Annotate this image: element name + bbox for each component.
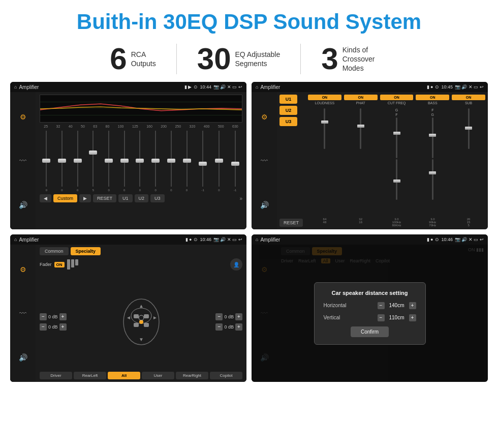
cutfreq-vals: 3.0100Hz80KHz xyxy=(380,218,414,227)
mode-icons-1: ▮ ▶ xyxy=(184,84,192,89)
vertical-label: Vertical xyxy=(324,315,340,320)
wave-icon[interactable]: 〰 xyxy=(19,157,26,165)
eq-custom-btn[interactable]: Custom xyxy=(53,194,77,202)
home-icon-4: ⌂ xyxy=(256,237,258,242)
cutfreq-g-slider[interactable] xyxy=(396,117,397,158)
home-icon-2: ⌂ xyxy=(256,84,258,89)
speaker-icon-2[interactable]: 🔊 xyxy=(260,201,269,209)
rearright-btn[interactable]: RearRight xyxy=(176,372,208,379)
confirm-button[interactable]: Confirm xyxy=(351,326,389,337)
right-rear-minus[interactable]: − xyxy=(215,323,223,331)
mode-icons-3: ▮ ● xyxy=(185,237,192,242)
slider-400[interactable]: -1 xyxy=(234,131,236,192)
eq-icon-2[interactable]: ⚙ xyxy=(261,113,268,121)
horizontal-minus[interactable]: − xyxy=(378,302,385,309)
slider-50[interactable]: 5 xyxy=(92,131,94,192)
reset-btn-2[interactable]: RESET xyxy=(279,219,303,227)
cutfreq-f-label: F xyxy=(395,113,397,116)
horizontal-label: Horizontal xyxy=(324,303,347,308)
eq-icon-3[interactable]: ⚙ xyxy=(20,265,26,274)
slider-40[interactable]: 0 xyxy=(77,131,78,192)
right-speaker-col: − 0 dB + − 0 dB + xyxy=(215,313,242,331)
left-rear-minus[interactable]: − xyxy=(40,323,47,331)
right-front-minus[interactable]: − xyxy=(215,313,223,320)
eq-next-btn[interactable]: ▶ xyxy=(79,194,91,202)
slider-80[interactable]: 0 xyxy=(123,131,125,192)
copilot-btn[interactable]: Copilot xyxy=(210,372,242,379)
horizontal-plus[interactable]: + xyxy=(409,302,416,309)
extra-icons-2: 📷 🔊 ✕ ▭ ↩ xyxy=(455,84,484,89)
slider-63[interactable]: 0 xyxy=(108,131,109,192)
dialog-overlay: Car speaker distance setting Horizontal … xyxy=(252,245,488,382)
eq-icon[interactable]: ⚙ xyxy=(20,113,26,121)
phat-on[interactable]: ON xyxy=(344,95,378,100)
ch-loudness: ON LOUDNESS xyxy=(308,95,341,106)
specialty-tab[interactable]: Specialty xyxy=(71,247,101,255)
slider-160[interactable]: 0 xyxy=(170,131,172,192)
time-1: 10:44 xyxy=(200,84,211,89)
preset-u3[interactable]: U3 xyxy=(279,117,297,126)
wave-icon-2[interactable]: 〰 xyxy=(261,157,268,165)
wave-icon-3[interactable]: 〰 xyxy=(19,309,26,317)
vertical-plus[interactable]: + xyxy=(409,314,416,321)
svg-text:▼: ▼ xyxy=(139,337,144,342)
cutfreq-f-slider[interactable] xyxy=(396,159,397,200)
eq-prev-btn[interactable]: ◀ xyxy=(40,194,51,202)
loudness-on[interactable]: ON xyxy=(308,95,341,100)
fader-on-btn[interactable]: ON xyxy=(54,262,65,267)
location-icon-4: ⊙ xyxy=(435,237,439,242)
right-rear-plus[interactable]: + xyxy=(235,323,242,331)
amplifier-title-3: Amplifier xyxy=(19,237,183,243)
vertical-control: − 110cm + xyxy=(378,314,416,321)
slider-200[interactable]: 0 xyxy=(186,131,188,192)
stat-eq-text: EQ AdjustableSegments xyxy=(235,50,281,68)
channel-sliders: G F F G xyxy=(308,108,485,216)
horizontal-row: Horizontal − 140cm + xyxy=(324,302,416,309)
slider-320[interactable]: 0 xyxy=(218,131,220,192)
slider-25[interactable]: 0 xyxy=(46,131,47,192)
sub-on[interactable]: ON xyxy=(452,95,485,100)
bass-f-slider[interactable] xyxy=(432,117,433,158)
user-btn[interactable]: User xyxy=(142,372,174,379)
right-rear-db: − 0 dB + xyxy=(215,323,242,331)
status-bar-2: ⌂ Amplifier ▮ ● ⊙ 10:45 📷 🔊 ✕ ▭ ↩ xyxy=(252,82,488,92)
eq-reset-btn[interactable]: RESET xyxy=(93,194,116,202)
loudness-slider[interactable] xyxy=(308,108,341,216)
vertical-val: 110cm xyxy=(387,315,407,320)
speaker-icon[interactable]: 🔊 xyxy=(19,201,27,209)
svg-text:▲: ▲ xyxy=(139,303,144,309)
eq-u2-btn[interactable]: U2 xyxy=(135,194,149,202)
left-front-minus[interactable]: − xyxy=(40,313,47,320)
preset-u1[interactable]: U1 xyxy=(279,95,297,104)
preset-u2[interactable]: U2 xyxy=(279,106,297,115)
eq-u3-btn[interactable]: U3 xyxy=(150,194,165,202)
eq-u1-btn[interactable]: U1 xyxy=(118,194,133,202)
fader-label: Fader xyxy=(40,262,52,267)
left-rear-plus[interactable]: + xyxy=(59,323,67,331)
speaker-icon-3[interactable]: 🔊 xyxy=(19,353,27,362)
common-tab[interactable]: Common xyxy=(40,247,69,255)
cutfreq-on[interactable]: ON xyxy=(380,95,414,100)
phat-slider[interactable] xyxy=(344,108,378,216)
driver-btn[interactable]: Driver xyxy=(40,372,72,379)
location-icon-2: ⊙ xyxy=(435,84,439,89)
mode-icons-2: ▮ ● xyxy=(427,84,433,89)
stat-rca-text: RCAOutputs xyxy=(131,50,156,68)
left-front-plus[interactable]: + xyxy=(59,313,67,320)
amplifier-title-2: Amplifier xyxy=(260,84,424,90)
slider-250[interactable]: -1 xyxy=(202,131,204,192)
vertical-minus[interactable]: − xyxy=(378,314,385,321)
slider-32[interactable]: 0 xyxy=(61,131,63,192)
all-btn[interactable]: All xyxy=(108,372,140,379)
right-front-plus[interactable]: + xyxy=(235,313,242,320)
cutfreq-label: CUT FREQ xyxy=(380,101,414,105)
slider-125[interactable]: 0 xyxy=(154,131,156,192)
slider-100[interactable]: 0 xyxy=(139,131,141,192)
bass-on[interactable]: ON xyxy=(416,95,449,100)
sub-slider[interactable] xyxy=(452,108,485,216)
time-4: 10:46 xyxy=(441,237,453,242)
status-bar-1: ⌂ Amplifier ▮ ▶ ⊙ 10:44 📷 🔊 ✕ ▭ ↩ xyxy=(10,82,246,92)
bass-g-slider[interactable] xyxy=(432,159,433,200)
rearleft-btn[interactable]: RearLeft xyxy=(74,372,106,379)
person-icon[interactable]: 👤 xyxy=(230,258,242,271)
